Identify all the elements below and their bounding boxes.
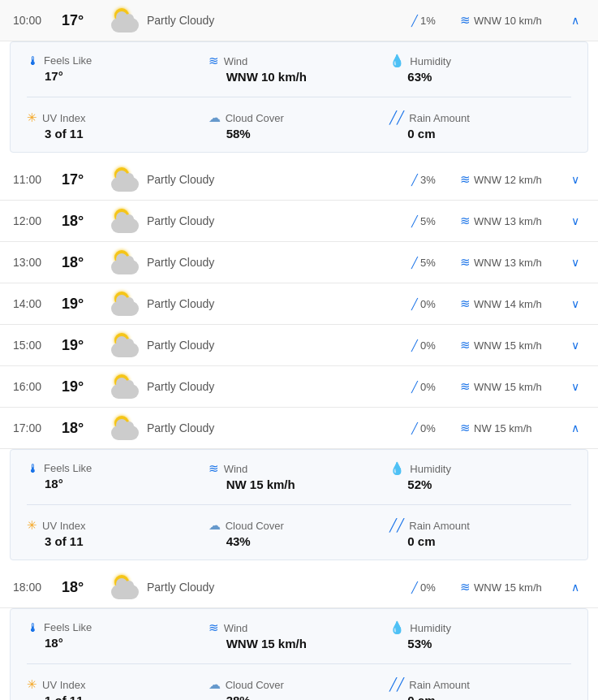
wind-icon: ≋ xyxy=(460,421,471,435)
weather-container: 10:0017°Partly Cloudy╱1%≋WNW 10 km/h∧🌡Fe… xyxy=(0,0,598,700)
condition-label: Partly Cloudy xyxy=(147,297,411,310)
expanded-item: 🌡Feels Like17° xyxy=(27,54,209,84)
weather-row[interactable]: 15:0019°Partly Cloudy╱0%≋WNW 15 km/h∨ xyxy=(0,325,598,366)
expanded-item-header: ✳UV Index xyxy=(27,677,209,692)
wind-icon: ≋ xyxy=(460,172,471,187)
wind-value: WNW 15 km/h xyxy=(474,381,542,393)
weather-icon-col xyxy=(106,333,147,357)
partly-cloudy-icon xyxy=(111,250,142,274)
weather-row[interactable]: 14:0019°Partly Cloudy╱0%≋WNW 14 km/h∨ xyxy=(0,283,598,325)
expanded-label: Rain Amount xyxy=(409,112,469,124)
expanded-item: 🌡Feels Like18° xyxy=(27,461,209,491)
expanded-item: 💧Humidity53% xyxy=(389,620,571,650)
thermometer-icon: 🌡 xyxy=(27,54,39,67)
precipitation-col: ╱5% xyxy=(411,215,460,227)
precipitation-value: 5% xyxy=(420,215,436,227)
precipitation-col: ╱0% xyxy=(411,581,460,594)
weather-row[interactable]: 17:0018°Partly Cloudy╱0%≋NW 15 km/h∧ xyxy=(0,408,598,449)
wind-icon: ≋ xyxy=(460,255,471,270)
wind-col: ≋WNW 13 km/h xyxy=(460,255,566,270)
chevron-up-icon[interactable]: ∧ xyxy=(566,581,585,594)
precipitation-col: ╱0% xyxy=(411,339,460,352)
expanded-item: 💧Humidity63% xyxy=(389,54,571,84)
precipitation-col: ╱0% xyxy=(411,298,460,310)
wind-col: ≋WNW 14 km/h xyxy=(460,296,566,311)
expanded-value: 58% xyxy=(209,127,390,140)
expanded-label: Cloud Cover xyxy=(226,520,284,532)
precipitation-icon: ╱ xyxy=(411,15,418,27)
weather-row[interactable]: 18:0018°Partly Cloudy╱0%≋WNW 15 km/h∧ xyxy=(0,567,598,608)
partly-cloudy-icon xyxy=(111,292,142,316)
expanded-divider xyxy=(27,663,571,664)
time-label: 15:00 xyxy=(13,339,62,352)
expanded-label: Feels Like xyxy=(44,621,92,633)
expanded-value: 43% xyxy=(209,534,390,548)
precipitation-value: 0% xyxy=(420,298,436,310)
wind-col: ≋WNW 12 km/h xyxy=(460,172,566,187)
rain-icon: ╱╱ xyxy=(389,677,404,692)
expanded-divider xyxy=(27,504,571,505)
chevron-down-icon[interactable]: ∨ xyxy=(566,173,585,186)
chevron-down-icon[interactable]: ∨ xyxy=(566,256,585,269)
chevron-down-icon[interactable]: ∨ xyxy=(566,380,585,393)
precipitation-icon: ╱ xyxy=(411,174,418,186)
expanded-item: ╱╱Rain Amount0 cm xyxy=(389,110,571,140)
expanded-value: 3 of 11 xyxy=(27,127,209,140)
weather-row[interactable]: 13:0018°Partly Cloudy╱5%≋WNW 13 km/h∨ xyxy=(0,242,598,283)
expanded-value: 0 cm xyxy=(389,694,571,700)
weather-row[interactable]: 10:0017°Partly Cloudy╱1%≋WNW 10 km/h∧ xyxy=(0,0,598,41)
chevron-down-icon[interactable]: ∨ xyxy=(566,214,585,227)
wind-icon: ≋ xyxy=(460,580,471,594)
expanded-item: ☁Cloud Cover43% xyxy=(209,518,390,548)
weather-icon-col xyxy=(106,575,147,599)
chevron-up-icon[interactable]: ∧ xyxy=(566,421,585,434)
condition-label: Partly Cloudy xyxy=(147,173,411,186)
partly-cloudy-icon xyxy=(111,575,142,599)
wind-col: ≋WNW 15 km/h xyxy=(460,580,566,594)
precipitation-icon: ╱ xyxy=(411,581,418,594)
expanded-item-header: 🌡Feels Like xyxy=(27,620,209,634)
partly-cloudy-icon xyxy=(111,167,142,192)
wind-icon: ≋ xyxy=(460,379,471,394)
time-label: 14:00 xyxy=(13,297,62,310)
wind-value: WNW 13 km/h xyxy=(474,215,542,227)
expanded-value: 0 cm xyxy=(389,534,571,548)
wind-icon: ≋ xyxy=(209,461,219,476)
temperature-value: 18° xyxy=(62,213,106,230)
chevron-down-icon[interactable]: ∨ xyxy=(566,297,585,310)
expanded-item: ✳UV Index1 of 11 xyxy=(27,677,209,700)
weather-row[interactable]: 11:0017°Partly Cloudy╱3%≋WNW 12 km/h∨ xyxy=(0,159,598,201)
condition-label: Partly Cloudy xyxy=(147,339,411,352)
expanded-item-header: ✳UV Index xyxy=(27,110,209,125)
temperature-value: 19° xyxy=(62,296,106,313)
temperature-value: 17° xyxy=(62,171,106,188)
expanded-details-panel: 🌡Feels Like18°≋WindNW 15 km/h💧Humidity52… xyxy=(10,449,588,560)
expanded-divider xyxy=(27,97,571,97)
weather-row[interactable]: 16:0019°Partly Cloudy╱0%≋WNW 15 km/h∨ xyxy=(0,366,598,408)
precipitation-icon: ╱ xyxy=(411,257,418,269)
expanded-item: ╱╱Rain Amount0 cm xyxy=(389,518,571,548)
wind-icon: ≋ xyxy=(460,214,471,228)
expanded-label: Wind xyxy=(224,463,248,475)
precipitation-value: 3% xyxy=(420,174,436,186)
chevron-up-icon[interactable]: ∧ xyxy=(566,14,585,27)
expanded-label: Rain Amount xyxy=(409,520,469,532)
weather-icon-col xyxy=(106,292,147,316)
expanded-item-header: ☁Cloud Cover xyxy=(209,677,390,692)
thermometer-icon: 🌡 xyxy=(27,620,39,634)
wind-col: ≋WNW 15 km/h xyxy=(460,379,566,394)
humidity-icon: 💧 xyxy=(389,461,405,476)
expanded-label: Cloud Cover xyxy=(226,679,284,691)
weather-row[interactable]: 12:0018°Partly Cloudy╱5%≋WNW 13 km/h∨ xyxy=(0,201,598,242)
time-label: 10:00 xyxy=(13,14,62,27)
temperature-value: 18° xyxy=(62,579,106,596)
weather-icon-col xyxy=(106,416,147,440)
precipitation-value: 0% xyxy=(420,581,436,594)
time-label: 12:00 xyxy=(13,214,62,227)
chevron-down-icon[interactable]: ∨ xyxy=(566,339,585,352)
partly-cloudy-icon xyxy=(111,8,142,32)
time-label: 17:00 xyxy=(13,421,62,434)
precipitation-icon: ╱ xyxy=(411,298,418,310)
expanded-label: UV Index xyxy=(42,520,85,532)
weather-icon-col xyxy=(106,8,147,32)
